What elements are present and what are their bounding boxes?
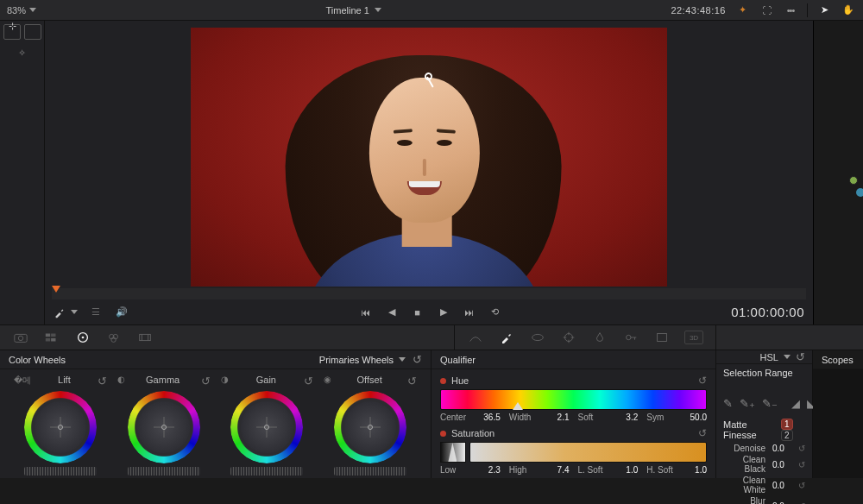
playhead-icon[interactable] [52,286,60,293]
last-frame-icon[interactable]: ⏭ [462,305,477,320]
color-wheels-icon[interactable] [74,331,91,344]
reset-icon[interactable]: ↺ [413,353,422,366]
chevron-down-icon[interactable] [71,310,78,314]
lift-jog[interactable] [24,467,97,476]
timecode[interactable]: 01:00:00:00 [731,305,804,319]
camera-raw-icon[interactable] [12,331,29,344]
node-dot-icon[interactable] [849,176,858,185]
transport-bar: ☰ 🔊 ⏮ ◀ ■ ▶ ⏭ ⟲ 01:00:00:00 [45,299,813,324]
color-match-icon[interactable] [43,331,60,344]
layers-icon[interactable]: ☰ [88,305,104,320]
matte-page-1[interactable]: 1 [781,419,793,430]
reset-icon: ↺ [798,481,805,490]
hue-soft[interactable]: Soft3.2 [578,413,639,422]
mute-icon[interactable]: 🔊 [114,305,129,320]
enable-dot-icon[interactable] [440,378,446,384]
window-icon[interactable] [529,331,546,344]
hue-center[interactable]: Center36.5 [440,413,501,422]
hue-section: Hue↺ Center36.5 Width2.1 Soft3.2 Sym50.0 [440,375,707,422]
rgb-mixer-icon[interactable] [105,331,123,344]
viewer[interactable] [45,21,813,287]
timeline-title[interactable]: Timeline 1 [36,5,671,16]
zoom-control[interactable]: 83% [7,5,36,16]
magic-wand-icon[interactable]: ✧ [15,45,30,60]
svg-rect-11 [140,334,151,340]
mf-clean-black[interactable]: Clean Black0.0↺ [716,454,812,475]
adjust-icon[interactable]: �메 [14,375,31,387]
qualifier-eyedropper-icon[interactable] [498,331,515,344]
wheels-mode[interactable]: Primaries Wheels [319,355,394,365]
svg-point-20 [627,335,631,339]
tracking-icon[interactable] [560,331,577,344]
reset-icon[interactable]: ↺ [796,350,805,363]
expand-icon[interactable]: ⛶ [759,3,774,18]
adjust-icon[interactable]: ◉ [324,375,331,387]
saturation-bar[interactable] [469,442,707,463]
sat-hsoft[interactable]: H. Soft1.0 [646,465,707,475]
hue-width[interactable]: Width2.1 [509,413,570,422]
stereo-3d-icon[interactable]: 3D [684,331,703,344]
sizing-icon[interactable] [653,331,671,344]
saturation-thumb[interactable] [440,442,466,463]
enable-dot-icon[interactable] [440,431,446,437]
chevron-down-icon[interactable] [784,355,791,359]
reset-icon[interactable]: ↺ [698,427,707,439]
matte-page-2[interactable]: 2 [781,430,793,441]
wheel-gamma: ◐Gamma↺ [112,375,216,478]
offset-jog[interactable] [334,467,406,476]
sat-low[interactable]: Low2.3 [440,465,501,475]
color-picker-icon[interactable] [54,306,66,318]
hue-bar[interactable] [440,389,707,410]
mf-blur-radius[interactable]: Blur Radius0.0↺ [716,495,812,504]
bypass-icon[interactable]: ✦ [734,3,750,18]
mf-denoise[interactable]: Denoise0.0↺ [716,443,812,454]
sat-lsoft[interactable]: L. Soft1.0 [578,465,639,475]
timecode-display[interactable]: 22:43:48:16 [671,5,726,16]
pointer-tool-icon[interactable]: ➤ [816,3,832,18]
feather-add-icon[interactable]: ◢ [791,397,800,410]
node-area[interactable] [813,21,863,324]
hue-sym[interactable]: Sym50.0 [646,413,707,422]
motion-effects-icon[interactable] [136,331,154,344]
curves-icon[interactable] [467,331,484,344]
loop-icon[interactable]: ⟲ [488,305,503,320]
play-icon[interactable]: ▶ [436,305,451,320]
hand-tool-icon[interactable]: ✋ [841,3,856,18]
picker-add-icon[interactable]: ✎₊ [740,397,755,410]
lift-wheel[interactable] [24,391,97,463]
hue-marker-icon[interactable] [513,402,523,410]
reset-icon[interactable]: ↺ [201,375,211,387]
reset-icon: ↺ [798,444,805,453]
qualifier-mode[interactable]: HSL [760,352,778,362]
first-frame-icon[interactable]: ⏮ [358,305,374,320]
node-dot-icon[interactable] [856,188,863,197]
gamma-wheel[interactable] [128,391,200,463]
picker-icon[interactable]: ✎ [723,397,733,410]
svg-rect-4 [46,338,50,342]
gain-wheel[interactable] [230,391,303,463]
reset-icon[interactable]: ↺ [698,375,707,387]
reset-icon[interactable]: ↺ [407,375,417,387]
reset-icon[interactable]: ↺ [304,375,313,387]
offset-wheel[interactable] [334,391,406,463]
blur-icon[interactable] [591,331,608,344]
sat-high[interactable]: High7.4 [509,465,570,475]
adjust-icon[interactable]: ◑ [221,375,229,387]
reset-icon[interactable]: ↺ [98,375,107,387]
options-icon[interactable]: ••• [783,3,798,18]
gamma-jog[interactable] [128,467,200,476]
scrub-bar[interactable] [52,288,806,299]
gain-jog[interactable] [230,467,303,476]
picker-plus-icon[interactable]: ⊹ [9,21,16,32]
selection-range-title: Selection Range [716,364,812,380]
prev-frame-icon[interactable]: ◀ [384,305,400,320]
stop-icon[interactable]: ■ [410,305,425,320]
zoom-value: 83% [7,5,26,16]
timeline-name: Timeline 1 [326,5,369,16]
key-icon[interactable] [622,331,639,344]
mf-clean-white[interactable]: Clean White0.0↺ [716,475,812,495]
chevron-down-icon[interactable] [399,357,406,362]
adjust-icon[interactable]: ◐ [117,375,125,387]
picker-sub-icon[interactable]: ✎₋ [762,397,778,410]
split-view-icon[interactable] [24,24,41,40]
